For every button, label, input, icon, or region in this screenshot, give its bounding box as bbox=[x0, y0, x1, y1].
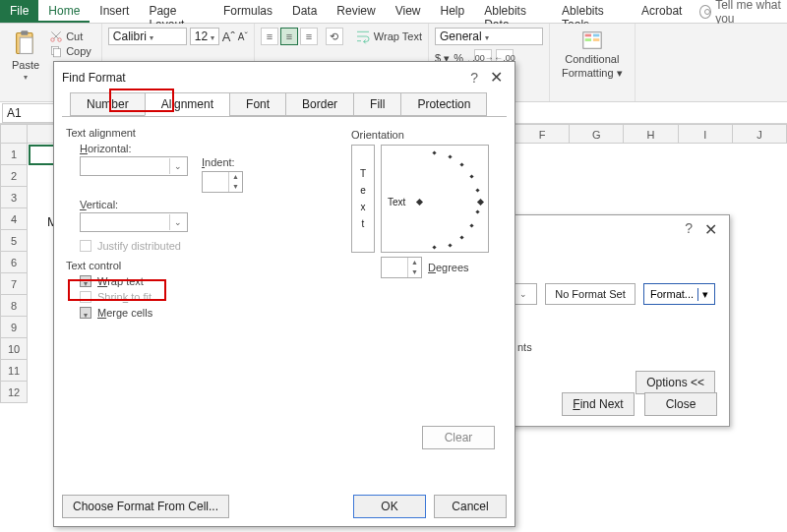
svg-rect-6 bbox=[54, 49, 61, 57]
cond-fmt-label2: Formatting ▾ bbox=[562, 67, 623, 80]
tab-file[interactable]: File bbox=[0, 0, 38, 23]
wrap-text-icon bbox=[355, 29, 371, 44]
decrease-font-button[interactable]: Aˇ bbox=[238, 31, 248, 42]
font-name-combo[interactable]: Calibri bbox=[108, 28, 187, 45]
tab-font[interactable]: Font bbox=[229, 92, 286, 116]
select-all-corner[interactable] bbox=[0, 124, 28, 144]
row-header[interactable]: 4 bbox=[0, 208, 28, 230]
find-format-dialog: Find Format ? ✕ Number Alignment Font Bo… bbox=[53, 61, 515, 527]
dialog-tabs: Number Alignment Font Border Fill Protec… bbox=[62, 89, 507, 116]
tab-number[interactable]: Number bbox=[70, 92, 146, 116]
copy-label: Copy bbox=[66, 45, 91, 57]
find-next-button[interactable]: Find Next bbox=[562, 392, 635, 416]
row-header[interactable]: 7 bbox=[0, 273, 28, 295]
tab-home[interactable]: Home bbox=[38, 0, 90, 23]
merge-cells-checkbox[interactable]: Merge cells bbox=[80, 307, 503, 319]
orientation-heading: Orientation bbox=[351, 129, 499, 141]
tab-alignment[interactable]: Alignment bbox=[145, 92, 230, 116]
styles-group: Conditional Formatting ▾ bbox=[550, 24, 636, 101]
tab-help[interactable]: Help bbox=[431, 0, 475, 23]
tab-ablebits-data[interactable]: Ablebits Data bbox=[474, 0, 552, 23]
col-header-g[interactable]: G bbox=[570, 124, 624, 144]
tab-ablebits-tools[interactable]: Ablebits Tools bbox=[552, 0, 632, 23]
close-button[interactable]: ✕ bbox=[700, 220, 721, 239]
align-top-button[interactable]: ≡ bbox=[261, 28, 278, 45]
indent-spinner[interactable]: ▲▼ bbox=[202, 171, 243, 193]
row-header[interactable]: 11 bbox=[0, 360, 28, 382]
cut-button[interactable]: Cut bbox=[49, 30, 91, 43]
ribbon-tabs: File Home Insert Page Layout Formulas Da… bbox=[0, 0, 787, 24]
chevron-down-icon: ⌄ bbox=[169, 158, 185, 174]
scissors-icon bbox=[49, 30, 63, 43]
copy-button[interactable]: Copy bbox=[49, 44, 91, 58]
close-button[interactable]: ✕ bbox=[486, 68, 507, 87]
options-button[interactable]: Options << bbox=[636, 371, 715, 394]
format-button[interactable]: Format... ▾ bbox=[643, 283, 715, 305]
col-header-i[interactable]: I bbox=[679, 124, 733, 144]
tab-fill[interactable]: Fill bbox=[353, 92, 401, 116]
degrees-spinner[interactable]: ▲▼ bbox=[381, 257, 422, 278]
conditional-formatting-icon bbox=[581, 30, 603, 51]
align-bottom-button[interactable]: ≡ bbox=[300, 28, 318, 45]
modal-title: Find Format bbox=[62, 71, 126, 85]
tab-insert[interactable]: Insert bbox=[90, 0, 139, 23]
tab-data[interactable]: Data bbox=[282, 0, 327, 23]
row-header[interactable]: 5 bbox=[0, 230, 28, 252]
row-header[interactable]: 2 bbox=[0, 165, 28, 187]
clear-button[interactable]: Clear bbox=[422, 426, 495, 449]
row-header[interactable]: 1 bbox=[0, 144, 28, 165]
close-dialog-button[interactable]: Close bbox=[644, 392, 717, 416]
paste-icon bbox=[12, 30, 39, 57]
conditional-formatting-button[interactable]: Conditional Formatting ▾ bbox=[556, 26, 629, 84]
tell-me[interactable]: Tell me what you bbox=[692, 0, 787, 23]
row-header[interactable]: 8 bbox=[0, 295, 28, 317]
svg-rect-2 bbox=[21, 30, 28, 35]
row-header[interactable]: 6 bbox=[0, 252, 28, 273]
increase-font-button[interactable]: Aˆ bbox=[222, 30, 235, 44]
tab-protection[interactable]: Protection bbox=[400, 92, 487, 116]
wrap-text-button[interactable]: Wrap Text bbox=[355, 29, 422, 44]
align-middle-button[interactable]: ≡ bbox=[280, 28, 298, 45]
cond-fmt-label1: Conditional bbox=[565, 53, 619, 65]
svg-rect-1 bbox=[20, 37, 32, 53]
orientation-section: Orientation Text Text bbox=[351, 125, 499, 278]
cut-label: Cut bbox=[66, 30, 83, 42]
format-label: Format... bbox=[650, 288, 694, 300]
font-size-combo[interactable]: 12 bbox=[190, 28, 219, 45]
row-header[interactable]: 10 bbox=[0, 338, 28, 360]
format-preview: No Format Set bbox=[545, 283, 636, 305]
vertical-combo[interactable]: ⌄ bbox=[80, 212, 188, 232]
svg-rect-8 bbox=[584, 34, 590, 37]
chevron-down-icon: ▾ bbox=[24, 73, 28, 82]
orientation-dial[interactable]: Text bbox=[381, 145, 489, 253]
tab-border[interactable]: Border bbox=[285, 92, 354, 116]
tab-page-layout[interactable]: Page Layout bbox=[139, 0, 213, 23]
col-header-f[interactable]: F bbox=[515, 124, 570, 144]
tab-view[interactable]: View bbox=[386, 0, 431, 23]
paste-button[interactable]: Paste ▾ bbox=[6, 26, 45, 99]
choose-format-from-cell-button[interactable]: Choose Format From Cell... bbox=[62, 495, 229, 518]
svg-rect-10 bbox=[584, 38, 590, 41]
degrees-label: Degrees bbox=[428, 262, 469, 273]
tab-formulas[interactable]: Formulas bbox=[213, 0, 282, 23]
name-box[interactable]: A1 bbox=[2, 103, 57, 123]
help-button[interactable]: ? bbox=[677, 220, 700, 239]
vertical-text-button[interactable]: Text bbox=[351, 145, 375, 253]
row-header[interactable]: 3 bbox=[0, 187, 28, 208]
orientation-button[interactable]: ⟲ bbox=[326, 28, 343, 45]
tab-acrobat[interactable]: Acrobat bbox=[632, 0, 692, 23]
row-header[interactable]: 9 bbox=[0, 317, 28, 338]
row-header[interactable]: 12 bbox=[0, 382, 28, 403]
chevron-down-icon: ⌄ bbox=[169, 214, 185, 230]
cancel-button[interactable]: Cancel bbox=[434, 495, 507, 518]
number-format-combo[interactable]: General bbox=[435, 28, 543, 45]
orientation-text-label: Text bbox=[388, 197, 405, 207]
horizontal-combo[interactable]: ⌄ bbox=[80, 156, 188, 176]
wrap-text-label: Wrap Text bbox=[374, 30, 422, 42]
help-button[interactable]: ? bbox=[462, 70, 486, 86]
tab-review[interactable]: Review bbox=[327, 0, 385, 23]
col-header-j[interactable]: J bbox=[733, 124, 787, 144]
col-header-h[interactable]: H bbox=[624, 124, 678, 144]
paste-label: Paste bbox=[12, 59, 39, 71]
ok-button[interactable]: OK bbox=[353, 495, 426, 518]
